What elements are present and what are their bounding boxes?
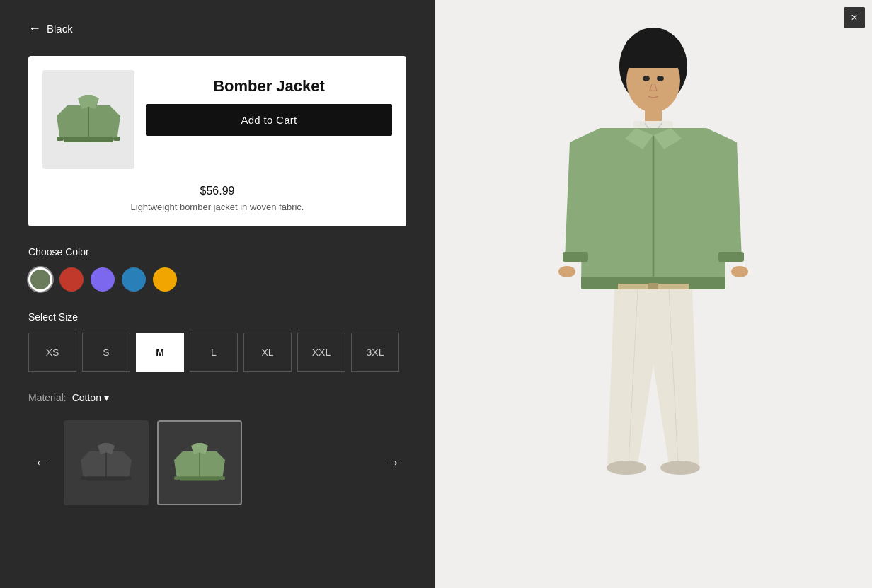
back-arrow-icon: ← <box>28 21 41 36</box>
svg-rect-9 <box>180 476 219 480</box>
svg-rect-7 <box>126 476 132 480</box>
thumbnails-row: ← <box>28 420 406 505</box>
svg-rect-5 <box>86 476 126 480</box>
material-row: Material: Cotton ▾ <box>28 392 406 403</box>
svg-point-27 <box>660 461 700 475</box>
svg-rect-11 <box>219 476 225 480</box>
svg-point-28 <box>558 266 575 277</box>
left-panel: ← Black <box>0 0 435 588</box>
product-card: Bomber Jacket Add to Cart $56.99 Lightwe… <box>28 56 406 226</box>
back-label: Black <box>47 23 73 35</box>
material-value: Cotton <box>72 392 101 403</box>
svg-rect-10 <box>174 476 180 480</box>
size-options: XS S M L XL XXL 3XL <box>28 333 406 372</box>
svg-rect-20 <box>563 252 588 262</box>
color-swatch-purple[interactable] <box>91 267 115 292</box>
main-product-image <box>519 18 788 570</box>
svg-point-30 <box>643 76 650 81</box>
svg-rect-23 <box>648 283 658 290</box>
svg-point-31 <box>657 76 664 81</box>
size-s[interactable]: S <box>82 333 130 372</box>
add-to-cart-button[interactable]: Add to Cart <box>146 104 392 136</box>
product-title: Bomber Jacket <box>213 77 325 96</box>
back-link[interactable]: ← Black <box>28 21 406 36</box>
material-select[interactable]: Cotton ▾ <box>72 392 109 403</box>
product-info: Bomber Jacket Add to Cart <box>146 70 392 136</box>
svg-rect-3 <box>113 137 120 141</box>
next-thumbnail-button[interactable]: → <box>379 448 406 478</box>
svg-rect-6 <box>81 476 86 480</box>
close-icon: × <box>851 11 857 24</box>
size-section-label: Select Size <box>28 311 406 323</box>
thumbnail-green-jacket[interactable] <box>157 420 242 505</box>
color-swatch-olive[interactable] <box>28 267 52 292</box>
color-swatch-yellow[interactable] <box>153 267 177 292</box>
size-m[interactable]: M <box>136 333 184 372</box>
size-3xl[interactable]: 3XL <box>351 333 399 372</box>
size-xs[interactable]: XS <box>28 333 76 372</box>
svg-rect-15 <box>626 40 680 68</box>
product-price: $56.99 <box>200 185 235 197</box>
svg-rect-21 <box>718 252 744 262</box>
product-thumbnail <box>42 70 134 169</box>
material-label: Material: <box>28 392 67 403</box>
product-card-inner: Bomber Jacket Add to Cart <box>42 70 392 169</box>
svg-point-26 <box>607 461 646 475</box>
size-xxl[interactable]: XXL <box>297 333 345 372</box>
material-chevron-icon: ▾ <box>104 392 109 403</box>
size-l[interactable]: L <box>190 333 238 372</box>
color-section-label: Choose Color <box>28 246 406 258</box>
svg-point-29 <box>731 266 748 277</box>
svg-rect-1 <box>64 137 113 142</box>
color-options <box>28 267 406 292</box>
prev-thumbnail-button[interactable]: ← <box>28 448 55 478</box>
product-description: Lightweight bomber jacket in woven fabri… <box>131 202 304 212</box>
close-button[interactable]: × <box>844 7 865 28</box>
svg-rect-2 <box>57 137 64 141</box>
color-swatch-blue[interactable] <box>122 267 146 292</box>
size-xl[interactable]: XL <box>243 333 292 372</box>
right-panel: × <box>435 0 872 588</box>
color-swatch-red[interactable] <box>59 267 84 292</box>
thumbnail-dark-jacket[interactable] <box>64 420 149 505</box>
